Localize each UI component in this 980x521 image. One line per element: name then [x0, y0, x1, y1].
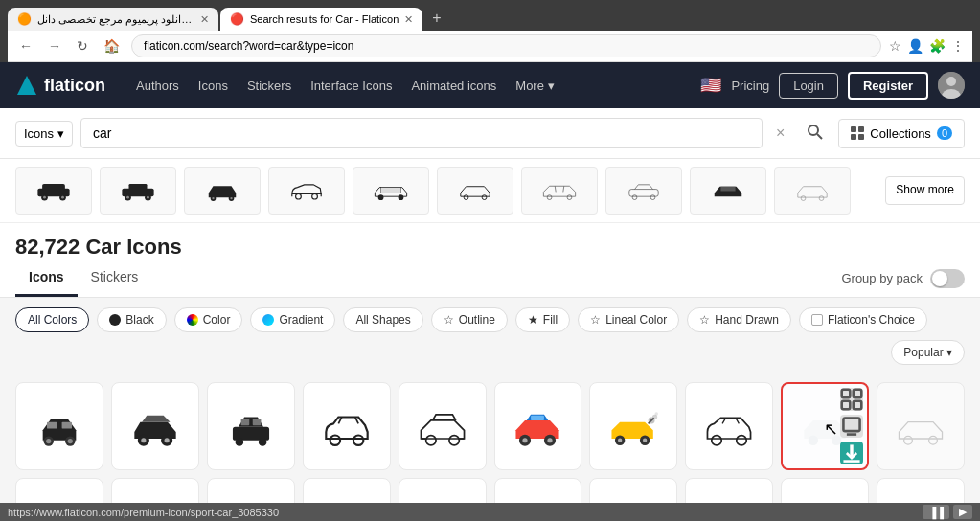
filter-outline[interactable]: ☆ Outline: [431, 307, 508, 332]
svg-point-75: [712, 435, 721, 444]
icon-card-8[interactable]: [685, 382, 773, 470]
filter-all-shapes[interactable]: All Shapes: [343, 307, 422, 332]
download-btn-9[interactable]: [840, 442, 863, 464]
icon-card-4[interactable]: [303, 382, 391, 470]
tab2-close[interactable]: ✕: [404, 13, 413, 26]
icons-grid-row1: ↖: [15, 382, 965, 470]
icon-card-7[interactable]: [589, 382, 677, 470]
site-header: flaticon Authors Icons Stickers Interfac…: [0, 62, 980, 108]
svg-rect-7: [42, 184, 65, 191]
icon-card-5[interactable]: [399, 382, 487, 470]
site-logo[interactable]: flaticon: [15, 74, 105, 97]
filter-gradient[interactable]: Gradient: [250, 307, 335, 332]
car-icon-10-empty: [896, 401, 946, 451]
svg-rect-38: [720, 187, 735, 192]
icon-card-6[interactable]: [494, 382, 582, 470]
bookmark-button[interactable]: ☆: [889, 38, 901, 54]
svg-point-53: [259, 438, 267, 446]
strip-item-8[interactable]: [605, 167, 682, 215]
back-button[interactable]: ←: [15, 36, 36, 56]
filter-lineal-color[interactable]: ☆ Lineal Color: [578, 307, 679, 332]
forward-button[interactable]: →: [44, 36, 65, 56]
nav-icons[interactable]: Icons: [191, 73, 236, 99]
svg-point-25: [312, 193, 318, 199]
nav-animated-icons[interactable]: Animated icons: [403, 73, 504, 99]
svg-point-2: [946, 77, 956, 86]
sort-popular-button[interactable]: Popular ▾: [891, 340, 965, 365]
tab-icons[interactable]: Icons: [15, 260, 78, 297]
svg-point-52: [235, 438, 243, 446]
search-input[interactable]: [80, 118, 763, 148]
filter-fill[interactable]: ★ Fill: [515, 307, 570, 332]
status-play-button[interactable]: ▶: [953, 505, 972, 519]
car-icon-8: [704, 401, 754, 451]
settings-button[interactable]: ⋮: [951, 38, 965, 54]
status-controls: ▐▐ ▶: [923, 505, 972, 519]
logo-icon: [15, 74, 38, 97]
strip-item-7[interactable]: [521, 167, 598, 215]
filter-choice-label: Flaticon's Choice: [828, 313, 915, 327]
reload-button[interactable]: ↻: [73, 36, 92, 56]
profile-button[interactable]: 👤: [907, 38, 923, 54]
nav-stickers[interactable]: Stickers: [239, 73, 299, 99]
filter-color[interactable]: Color: [174, 307, 243, 332]
svg-point-45: [46, 439, 51, 443]
filter-black-label: Black: [125, 313, 153, 327]
cursor: ↖: [824, 419, 838, 440]
icon-card-3[interactable]: [207, 382, 295, 470]
nav-interface-icons[interactable]: Interface Icons: [303, 73, 399, 99]
browser-tab-2[interactable]: 🔴 Search results for Car - Flaticon ✕: [220, 8, 422, 31]
strip-item-2[interactable]: [100, 167, 176, 215]
login-button[interactable]: Login: [779, 73, 838, 99]
status-pause-button[interactable]: ▐▐: [923, 505, 949, 519]
search-bar: Icons ▾ × Collections 0: [0, 108, 980, 159]
filter-all-colors[interactable]: All Colors: [15, 307, 89, 332]
search-icon: [806, 123, 823, 140]
browser-actions: ☆ 👤 🧩 ⋮: [889, 38, 965, 54]
filter-black[interactable]: Black: [97, 307, 166, 332]
strip-item-10[interactable]: [774, 167, 851, 215]
svg-point-70: [643, 439, 647, 442]
status-url: https://www.flaticon.com/premium-icon/sp…: [8, 507, 279, 518]
strip-item-9[interactable]: [690, 167, 766, 215]
pricing-link[interactable]: Pricing: [731, 79, 769, 93]
avatar[interactable]: [938, 72, 965, 99]
strip-item-5[interactable]: [353, 167, 429, 215]
svg-line-5: [817, 134, 822, 139]
nav-more[interactable]: More ▾: [508, 73, 561, 99]
car-icon-6: [513, 401, 562, 451]
filter-hand-drawn[interactable]: ☆ Hand Drawn: [687, 307, 791, 332]
home-button[interactable]: 🏠: [100, 36, 124, 56]
search-button[interactable]: [798, 119, 831, 148]
icon-card-1[interactable]: [15, 382, 103, 470]
strip-item-1[interactable]: [15, 167, 92, 215]
group-by-pack-toggle[interactable]: [930, 269, 965, 288]
tab2-title: Search results for Car - Flaticon: [250, 13, 399, 25]
strip-icon-6: [457, 175, 493, 206]
strip-icon-3: [204, 175, 240, 206]
browser-tab-1[interactable]: 🟠 دانلود پریمیوم مرجع تخصصی دانل… ✕: [8, 8, 218, 31]
show-more-button[interactable]: Show more: [885, 176, 965, 205]
svg-point-87: [904, 436, 913, 444]
register-button[interactable]: Register: [848, 72, 928, 100]
icon-card-2[interactable]: [111, 382, 199, 470]
nav-authors[interactable]: Authors: [128, 73, 187, 99]
search-clear-button[interactable]: ×: [770, 125, 790, 142]
new-tab-button[interactable]: +: [424, 6, 448, 31]
gradient-dot: [262, 314, 274, 326]
icon-overlay-9: ↖: [783, 384, 867, 468]
strip-item-6[interactable]: [437, 167, 513, 215]
language-flag[interactable]: 🇺🇸: [700, 75, 721, 96]
collections-button[interactable]: Collections 0: [838, 119, 965, 148]
search-type-select[interactable]: Icons ▾: [15, 121, 73, 147]
icon-card-10-empty[interactable]: [877, 382, 965, 470]
strip-item-4[interactable]: [268, 167, 345, 215]
filter-flaticons-choice[interactable]: Flaticon's Choice: [799, 307, 927, 332]
extensions-button[interactable]: 🧩: [929, 38, 946, 54]
strip-item-3[interactable]: [184, 167, 261, 215]
icon-card-9[interactable]: ↖: [781, 382, 869, 470]
tab1-close[interactable]: ✕: [200, 13, 209, 26]
tab-stickers[interactable]: Stickers: [78, 260, 152, 297]
address-input[interactable]: [131, 34, 881, 57]
svg-point-27: [378, 194, 384, 200]
